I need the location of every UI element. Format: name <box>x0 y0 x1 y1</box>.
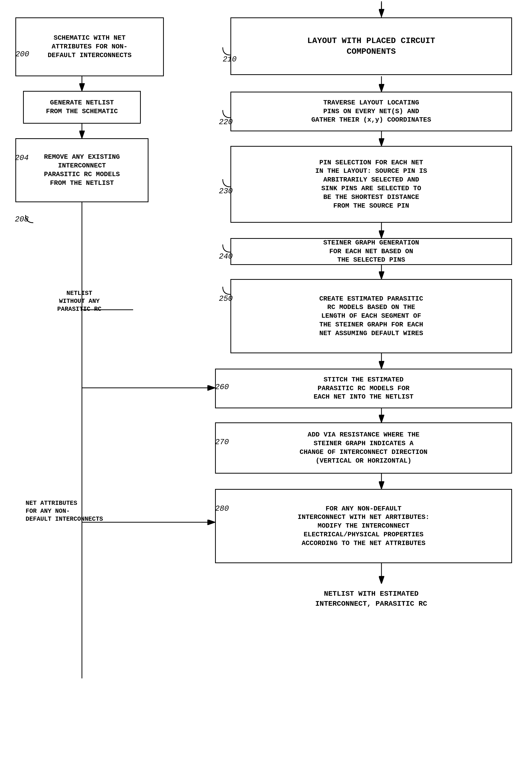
ref-240: 240 <box>219 252 233 261</box>
final-label: NETLIST WITH ESTIMATED INTERCONNECT, PAR… <box>230 589 512 609</box>
remove-box: REMOVE ANY EXISTING INTERCONNECT PARASIT… <box>15 138 148 202</box>
netlist-without-label: NETLIST WITHOUT ANY PARASITIC RC <box>33 289 125 313</box>
create-estimated-label: CREATE ESTIMATED PARASITIC RC MODELS BAS… <box>319 295 423 338</box>
schematic-box: SCHEMATIC WITH NET ATTRIBUTES FOR NON- D… <box>15 17 164 76</box>
ref-230: 230 <box>219 187 233 196</box>
traverse-box: TRAVERSE LAYOUT LOCATING PINS ON EVERY N… <box>230 92 512 131</box>
layout-label: LAYOUT WITH PLACED CIRCUIT COMPONENTS <box>307 36 435 57</box>
ref-200: 200 <box>15 50 29 59</box>
net-attributes-label: NET ATTRIBUTES FOR ANY NON- DEFAULT INTE… <box>26 499 133 523</box>
ref-204: 204 <box>15 154 29 162</box>
ref-270: 270 <box>215 438 229 446</box>
pin-selection-box: PIN SELECTION FOR EACH NET IN THE LAYOUT… <box>230 146 512 223</box>
generate-netlist-label: GENERATE NETLIST FROM THE SCHEMATIC <box>46 99 118 116</box>
stitch-box: STITCH THE ESTIMATED PARASITIC RC MODELS… <box>215 369 512 408</box>
traverse-label: TRAVERSE LAYOUT LOCATING PINS ON EVERY N… <box>311 99 431 124</box>
ref-220: 220 <box>219 118 233 126</box>
add-via-label: ADD VIA RESISTANCE WHERE THE STEINER GRA… <box>300 431 427 465</box>
ref-260: 260 <box>215 383 229 391</box>
layout-box: LAYOUT WITH PLACED CIRCUIT COMPONENTS <box>230 17 512 75</box>
modify-label: FOR ANY NON-DEFAULT INTERCONNECT WITH NE… <box>298 505 430 548</box>
pin-selection-label: PIN SELECTION FOR EACH NET IN THE LAYOUT… <box>315 158 427 210</box>
ref-250: 250 <box>219 294 233 303</box>
remove-label: REMOVE ANY EXISTING INTERCONNECT PARASIT… <box>44 153 120 187</box>
schematic-label: SCHEMATIC WITH NET ATTRIBUTES FOR NON- D… <box>48 34 132 60</box>
add-via-box: ADD VIA RESISTANCE WHERE THE STEINER GRA… <box>215 422 512 474</box>
ref-210: 210 <box>223 55 237 64</box>
stitch-label: STITCH THE ESTIMATED PARASITIC RC MODELS… <box>314 376 413 401</box>
generate-netlist-box: GENERATE NETLIST FROM THE SCHEMATIC <box>23 91 141 124</box>
ref-280: 280 <box>215 504 229 513</box>
steiner-gen-box: STEINER GRAPH GENERATION FOR EACH NET BA… <box>230 238 512 265</box>
steiner-gen-label: STEINER GRAPH GENERATION FOR EACH NET BA… <box>323 239 419 264</box>
ref-208: 208 <box>15 215 29 224</box>
create-estimated-box: CREATE ESTIMATED PARASITIC RC MODELS BAS… <box>230 279 512 353</box>
modify-box: FOR ANY NON-DEFAULT INTERCONNECT WITH NE… <box>215 489 512 563</box>
